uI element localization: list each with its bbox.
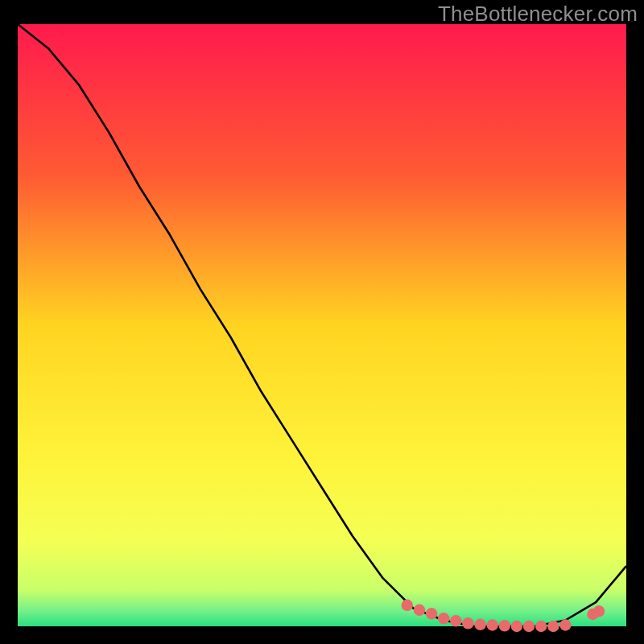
bottleneck-chart [0, 0, 644, 644]
data-marker [462, 617, 473, 629]
data-marker [474, 619, 485, 630]
data-marker [547, 621, 559, 632]
data-marker [593, 605, 605, 617]
data-marker [450, 615, 461, 626]
data-marker [559, 619, 571, 630]
data-marker [487, 619, 498, 630]
data-marker [402, 600, 413, 611]
chart-container: TheBottlenecker.com [0, 0, 644, 644]
data-marker [438, 613, 449, 624]
data-marker [499, 620, 510, 631]
data-marker [426, 608, 437, 619]
data-marker [511, 621, 522, 632]
watermark-text: TheBottlenecker.com [438, 2, 638, 27]
data-marker [535, 621, 547, 632]
chart-background [18, 24, 626, 626]
data-marker [523, 621, 535, 632]
data-marker [414, 605, 425, 616]
